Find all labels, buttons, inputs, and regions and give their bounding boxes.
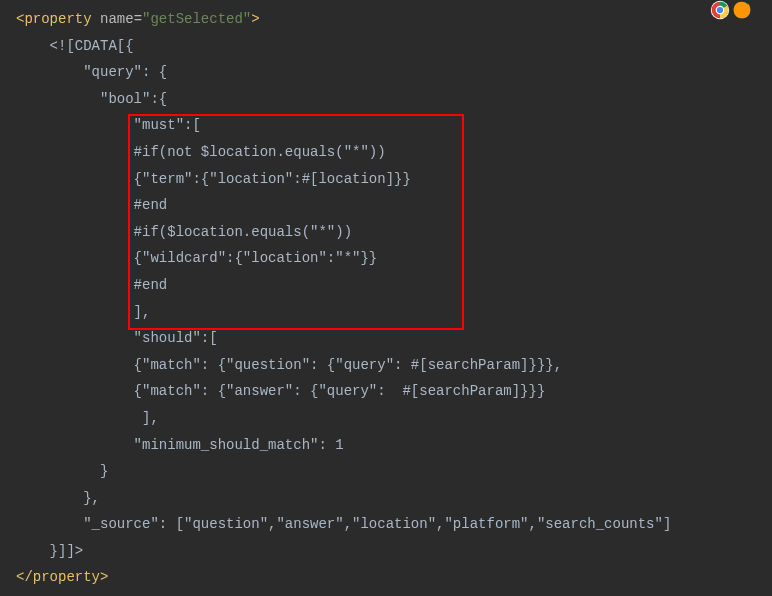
- code-line: }: [16, 458, 772, 485]
- code-line: "query": {: [16, 59, 772, 86]
- bracket: <: [16, 6, 24, 33]
- code-line: ],: [16, 405, 772, 432]
- code-line: "_source": ["question","answer","locatio…: [16, 511, 772, 538]
- bracket: >: [100, 564, 108, 591]
- code-line: </property>: [16, 564, 772, 591]
- highlight-box: [128, 114, 464, 330]
- code-line: {"match": {"answer": {"query": #[searchP…: [16, 378, 772, 405]
- code-line: },: [16, 485, 772, 512]
- tag: property: [33, 564, 100, 591]
- code-line: {"match": {"question": {"query": #[searc…: [16, 352, 772, 379]
- code-line: <![CDATA[{: [16, 33, 772, 60]
- code-line: <property name="getSelected">: [16, 6, 772, 33]
- bracket: >: [251, 6, 259, 33]
- code-line: "bool":{: [16, 86, 772, 113]
- code-line: }]]>: [16, 538, 772, 565]
- attr-value: "getSelected": [142, 6, 251, 33]
- code-line: "minimum_should_match": 1: [16, 432, 772, 459]
- attr: name: [100, 6, 134, 33]
- bracket: </: [16, 564, 33, 591]
- tag: property: [24, 6, 91, 33]
